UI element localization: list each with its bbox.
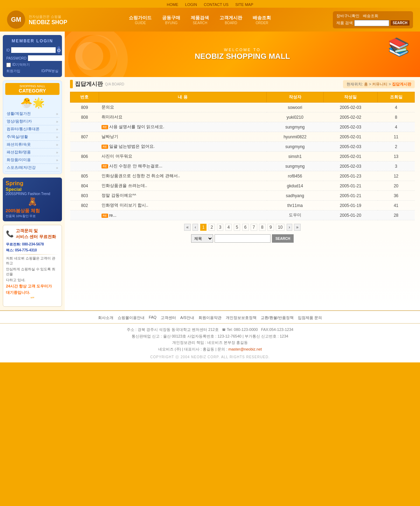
cell-content[interactable]: 취미라서요 [99, 112, 266, 122]
pagination-first[interactable]: « [184, 224, 191, 231]
cell-content[interactable]: 문의요 [99, 103, 266, 112]
content-link[interactable]: 날짜낭기 [102, 134, 118, 139]
login-pw-field: PASSWORD [6, 55, 58, 61]
cell-content[interactable]: 날짜낭기 [99, 132, 266, 142]
content-link[interactable]: 취미라서요 [102, 115, 122, 119]
cell-views: 36 [378, 191, 415, 201]
top-nav-sitemap[interactable]: SITE MAP [235, 2, 253, 7]
cell-content[interactable]: 인화상품권을 쓰려는데.. [99, 181, 266, 191]
shipping-link[interactable]: 배송조회 [363, 13, 378, 19]
footer-as[interactable]: A/S안내 [180, 315, 194, 320]
category-item-cosmetics[interactable]: 화장품/이미용» [5, 156, 59, 164]
board-search-button[interactable]: SEARCH [272, 234, 294, 243]
cell-author: sowoori [267, 103, 324, 112]
content-link[interactable]: 문의요 [102, 105, 114, 110]
cell-views: 13 [378, 152, 415, 161]
footer-about[interactable]: 회사소개 [98, 315, 113, 320]
top-nav-contact[interactable]: CONTACT US [204, 2, 229, 7]
cell-date: 2005-02-03 [323, 142, 378, 152]
content-link[interactable]: 일괄 넘는방법은 없어요. [109, 144, 155, 149]
pagination-page-3[interactable]: 3 [217, 224, 224, 231]
content-link[interactable]: 인화상품권을 쓰려는데.. [102, 183, 147, 188]
pagination-page-8[interactable]: 8 [259, 224, 266, 231]
login-submit-icon[interactable]: ⏻ [57, 46, 61, 54]
pagination-page-5[interactable]: 5 [234, 224, 240, 231]
footer-faq[interactable]: FAQ [149, 315, 156, 320]
pagination-page-6[interactable]: 6 [242, 224, 249, 231]
pagination-page-1[interactable]: 1 [200, 224, 207, 231]
join-link[interactable]: 회원가입 [6, 69, 20, 74]
cell-content[interactable]: REre... [99, 210, 266, 220]
footer-privacy[interactable]: 개인정보보호정책 [226, 315, 257, 320]
pagination-prev[interactable]: ‹ [192, 224, 198, 231]
category-item-accessories[interactable]: 패션잡화/명품» [5, 148, 59, 156]
pagination-last[interactable]: » [294, 224, 301, 231]
login-remember-row[interactable]: ID기억하기 [6, 62, 58, 67]
spring-title: Spring [6, 180, 59, 187]
category-item-fashion[interactable]: 패션의류/속옷» [5, 141, 59, 148]
content-link[interactable]: 사용 설명서를 많이 읽으세요. [109, 124, 164, 129]
cell-content[interactable]: RE사용 설명서를 많이 읽으세요. [99, 122, 266, 132]
footer-inquiry[interactable]: 입점제품 문의 [298, 315, 322, 320]
nav-joint-purchase[interactable]: 공동구매 BYUNG [162, 15, 180, 25]
pagination-next[interactable]: › [287, 224, 292, 231]
pagination-page-9[interactable]: 9 [267, 224, 274, 231]
cell-views: 11 [378, 132, 415, 142]
content-link[interactable]: re... [109, 213, 117, 218]
find-id-link[interactable]: ID/PW분실 [41, 69, 58, 74]
cell-date: 2005-02-01 [323, 132, 378, 142]
login-id-input[interactable] [11, 47, 56, 53]
nav-shipping[interactable]: 배송조회 ORDER [253, 15, 271, 25]
search-keyword-input[interactable] [215, 234, 271, 243]
footer-member-policy[interactable]: 회원이용약관 [198, 315, 222, 320]
pagination-page-2[interactable]: 2 [209, 224, 215, 231]
content-link[interactable]: 사진 수정은 안 해주는걸로... [109, 164, 162, 168]
cell-content[interactable]: RE사진 수정은 안 해주는걸로... [99, 161, 266, 171]
header-search-input[interactable] [354, 20, 389, 26]
footer-email[interactable]: master@neobiz.net [229, 347, 262, 351]
category-item-video[interactable]: 영상/음향/디카» [5, 118, 59, 125]
breadcrumb-community[interactable]: 커뮤니티 [372, 82, 387, 86]
category-item-sports[interactable]: 스포츠/레저/건강» [5, 164, 59, 172]
breadcrumb-home[interactable]: 홈 [364, 82, 368, 86]
cart-link[interactable]: 장바구니확인 [336, 13, 359, 19]
nav-product-search[interactable]: 제품검색 SEARCH [191, 15, 209, 25]
pagination-page-10[interactable]: 10 [276, 224, 285, 231]
pagination-page-4[interactable]: 4 [225, 224, 232, 231]
table-row: REre...도우미2005-01-2028 [70, 210, 415, 220]
cell-content[interactable]: RE일괄 넘는방법은 없어요. [99, 142, 266, 152]
content-link[interactable]: 정말 감동이예요^^ [102, 193, 136, 198]
footer-copyright: COPYRIGHT ⓒ 2004 NEOBIZ CORP. ALL RIGHTS… [0, 355, 420, 360]
category-item-household[interactable]: 생활/계절가전» [5, 110, 59, 118]
board-section: 집답게시판 Q/A BOARD 현재위치: 홈 > 커뮤니티 > 집답게시판 번… [65, 77, 420, 248]
cell-content[interactable]: 인화상품권으로 신청한 건 취소에 관해서.. [99, 171, 266, 181]
content-link[interactable]: 사진이 어두워요 [102, 154, 132, 159]
footer-customer[interactable]: 고객센터 [161, 315, 176, 320]
col-num: 번호 [70, 92, 99, 103]
footer-return[interactable]: 교환/환불/반품정책 [261, 315, 294, 320]
pw-label: PASSWORD [6, 56, 27, 60]
table-row: 806사진이 어두워요simsh12005-02-0113 [70, 152, 415, 161]
category-item-computer[interactable]: 컴퓨터/통신/휴대폰» [5, 125, 59, 133]
category-item-bathroom[interactable]: 주/욕실/생활» [5, 133, 59, 141]
nav-guide[interactable]: 쇼핑가이드 GUIDE [129, 15, 152, 25]
spring-special-banner[interactable]: Spring Special 2005SPRING Fashion Trend … [3, 178, 62, 221]
nav-customer-board[interactable]: 고객게시판 BOARD [219, 15, 242, 25]
cell-num: 806 [70, 152, 99, 161]
table-row: 809문의요sowoori2005-02-034 [70, 103, 415, 112]
search-type-select[interactable]: 제목 내용 작성자 [191, 234, 213, 243]
top-nav-home[interactable]: HOME [167, 2, 178, 7]
customer-highlight2: 대기중입니다. [6, 290, 59, 295]
content-link[interactable]: 인화상품권으로 신청한 건 취소에 관해서.. [102, 173, 180, 178]
top-nav-login[interactable]: LOGIN [185, 2, 197, 7]
footer-guide[interactable]: 쇼핑몰이용안내 [118, 315, 145, 320]
cell-content[interactable]: 정말 감동이예요^^ [99, 191, 266, 201]
pagination-page-7[interactable]: 7 [251, 224, 257, 231]
content-link[interactable]: 인화영역 미리보기 합시.. [102, 203, 148, 208]
remember-checkbox[interactable] [6, 63, 11, 67]
footer-navigation: 회사소개 쇼핑몰이용안내 FAQ 고객센터 A/S안내 회원이용약관 개인정보보… [0, 315, 420, 324]
cell-content[interactable]: 사진이 어두워요 [99, 152, 266, 161]
customer-text1: 저희 네오뷔 쇼핑몰은 고객이 관하고 [6, 256, 59, 266]
cell-content[interactable]: 인화영역 미리보기 합시.. [99, 201, 266, 210]
header-search-button[interactable]: SEARCH [391, 20, 410, 26]
